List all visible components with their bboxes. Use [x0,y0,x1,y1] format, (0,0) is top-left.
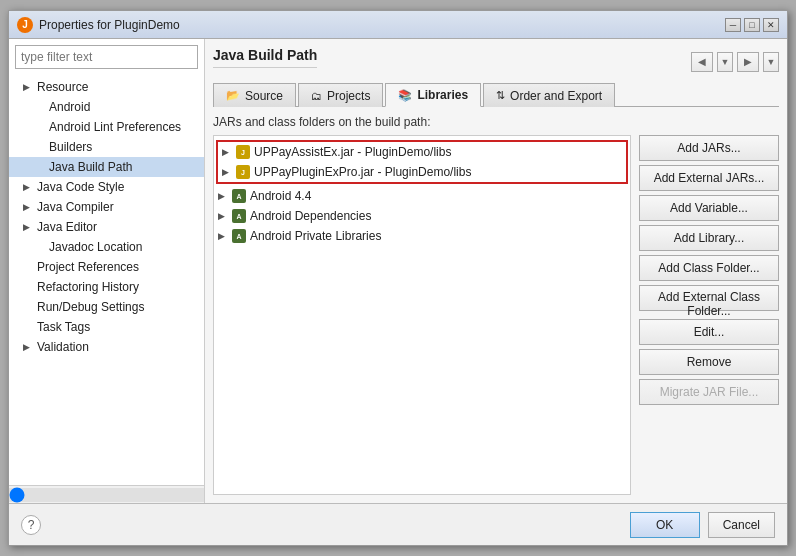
tab-libraries[interactable]: 📚Libraries [385,83,481,107]
sidebar-item-label-task_tags: Task Tags [37,320,90,334]
h-scroll-input[interactable] [9,488,204,502]
add_external_jars-button[interactable]: Add External JARs... [639,165,779,191]
title-bar: J Properties for PluginDemo ─ □ ✕ [9,11,787,39]
expand-arrow-java_editor: ▶ [23,222,33,232]
maximize-button[interactable]: □ [744,18,760,32]
close-button[interactable]: ✕ [763,18,779,32]
add_library-button[interactable]: Add Library... [639,225,779,251]
horizontal-scrollbar[interactable] [9,485,204,503]
sidebar-item-java_editor[interactable]: ▶Java Editor [9,217,204,237]
tab-label-order_export: Order and Export [510,89,602,103]
dialog-icon: J [17,17,33,33]
tab-icon-source: 📂 [226,89,240,102]
lib-icon-android_private: A [232,229,246,243]
sidebar-item-label-java_compiler: Java Compiler [37,200,114,214]
sidebar-item-builders[interactable]: Builders [9,137,204,157]
sidebar-item-label-android_lint: Android Lint Preferences [49,120,181,134]
back-button[interactable]: ◀ [691,52,713,72]
tab-label-projects: Projects [327,89,370,103]
tab-label-source: Source [245,89,283,103]
migrate_jar-button: Migrate JAR File... [639,379,779,405]
lib-label-android_private: Android Private Libraries [250,229,381,243]
content-area: ▶JUPPayAssistEx.jar - PluginDemo/libs▶JU… [213,135,779,495]
sidebar-item-android_lint[interactable]: Android Lint Preferences [9,117,204,137]
sidebar-item-task_tags[interactable]: Task Tags [9,317,204,337]
lib-icon-android_deps: A [232,209,246,223]
sidebar-item-label-java_build_path: Java Build Path [49,160,132,174]
lib-icon-upay_assist: J [236,145,250,159]
highlighted-libs-wrapper: ▶JUPPayAssistEx.jar - PluginDemo/libs▶JU… [216,140,628,184]
tree-area: ▶ResourceAndroidAndroid Lint Preferences… [9,75,204,485]
sidebar-item-label-refactoring_history: Refactoring History [37,280,139,294]
remove-button[interactable]: Remove [639,349,779,375]
expand-arrow-java_compiler: ▶ [23,202,33,212]
back-dropdown[interactable]: ▼ [717,52,733,72]
sidebar-item-label-project_references: Project References [37,260,139,274]
tab-projects[interactable]: 🗂Projects [298,83,383,107]
lib-expand-android44: ▶ [218,191,228,201]
sidebar-item-label-resource: Resource [37,80,88,94]
tab-order_export[interactable]: ⇅Order and Export [483,83,615,107]
forward-dropdown[interactable]: ▼ [763,52,779,72]
sidebar-item-resource[interactable]: ▶Resource [9,77,204,97]
sidebar-item-java_compiler[interactable]: ▶Java Compiler [9,197,204,217]
window-controls: ─ □ ✕ [725,18,779,32]
add_jars-button[interactable]: Add JARs... [639,135,779,161]
add_class_folder-button[interactable]: Add Class Folder... [639,255,779,281]
tab-label-libraries: Libraries [417,88,468,102]
library-item-android44[interactable]: ▶AAndroid 4.4 [214,186,630,206]
sidebar-item-label-builders: Builders [49,140,92,154]
add_external_class_folder-button[interactable]: Add External Class Folder... [639,285,779,311]
filter-input[interactable] [15,45,198,69]
library-item-upay_assist[interactable]: ▶JUPPayAssistEx.jar - PluginDemo/libs [218,142,626,162]
lib-icon-android44: A [232,189,246,203]
lib-label-upay_plugin: UPPayPluginExPro.jar - PluginDemo/libs [254,165,471,179]
expand-arrow-resource: ▶ [23,82,33,92]
tabs-row: 📂Source🗂Projects📚Libraries⇅Order and Exp… [213,82,779,107]
lib-icon-upay_plugin: J [236,165,250,179]
sidebar-item-android[interactable]: Android [9,97,204,117]
sidebar-item-java_code_style[interactable]: ▶Java Code Style [9,177,204,197]
sidebar-item-project_references[interactable]: Project References [9,257,204,277]
navigation-area: Java Build Path ◀ ▼ ▶ ▼ [213,47,779,76]
tab-icon-libraries: 📚 [398,89,412,102]
lib-label-android44: Android 4.4 [250,189,311,203]
lib-expand-android_private: ▶ [218,231,228,241]
bottom-buttons: OK Cancel [630,512,775,538]
right-panel: Java Build Path ◀ ▼ ▶ ▼ 📂Source🗂Projects… [205,39,787,503]
bottom-bar: ? OK Cancel [9,503,787,545]
lib-expand-android_deps: ▶ [218,211,228,221]
sidebar-item-java_build_path[interactable]: Java Build Path [9,157,204,177]
properties-dialog: J Properties for PluginDemo ─ □ ✕ ▶Resou… [8,10,788,546]
panel-title: Java Build Path [213,47,317,68]
tab-source[interactable]: 📂Source [213,83,296,107]
library-item-android_deps[interactable]: ▶AAndroid Dependencies [214,206,630,226]
lib-label-android_deps: Android Dependencies [250,209,371,223]
cancel-button[interactable]: Cancel [708,512,775,538]
help-button[interactable]: ? [21,515,41,535]
sidebar-item-javadoc_location[interactable]: Javadoc Location [9,237,204,257]
lib-expand-upay_assist: ▶ [222,147,232,157]
ok-button[interactable]: OK [630,512,700,538]
add_variable-button[interactable]: Add Variable... [639,195,779,221]
sidebar-item-label-javadoc_location: Javadoc Location [49,240,142,254]
library-panel: ▶JUPPayAssistEx.jar - PluginDemo/libs▶JU… [213,135,631,495]
forward-button[interactable]: ▶ [737,52,759,72]
sidebar-item-label-validation: Validation [37,340,89,354]
minimize-button[interactable]: ─ [725,18,741,32]
dialog-title: Properties for PluginDemo [39,18,719,32]
main-content: ▶ResourceAndroidAndroid Lint Preferences… [9,39,787,503]
sidebar-item-label-run_debug_settings: Run/Debug Settings [37,300,144,314]
edit-button[interactable]: Edit... [639,319,779,345]
library-item-upay_plugin[interactable]: ▶JUPPayPluginExPro.jar - PluginDemo/libs [218,162,626,182]
lib-label-upay_assist: UPPayAssistEx.jar - PluginDemo/libs [254,145,451,159]
sidebar-item-validation[interactable]: ▶Validation [9,337,204,357]
library-item-android_private[interactable]: ▶AAndroid Private Libraries [214,226,630,246]
sidebar-item-run_debug_settings[interactable]: Run/Debug Settings [9,297,204,317]
expand-arrow-validation: ▶ [23,342,33,352]
sidebar-item-label-java_code_style: Java Code Style [37,180,124,194]
left-panel: ▶ResourceAndroidAndroid Lint Preferences… [9,39,205,503]
sidebar-item-label-java_editor: Java Editor [37,220,97,234]
lib-expand-upay_plugin: ▶ [222,167,232,177]
sidebar-item-refactoring_history[interactable]: Refactoring History [9,277,204,297]
